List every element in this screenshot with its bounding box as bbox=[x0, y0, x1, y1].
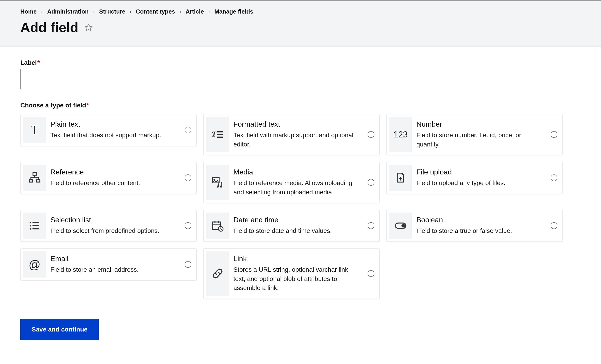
chevron-right-icon: › bbox=[130, 9, 131, 14]
field-type-option-media[interactable]: Media Field to reference media. Allows u… bbox=[203, 162, 380, 203]
field-type-option-selection-list[interactable]: Selection list Field to select from pred… bbox=[20, 210, 197, 242]
svg-point-8 bbox=[213, 179, 215, 180]
calendar-clock-icon bbox=[206, 213, 229, 239]
field-type-radio[interactable] bbox=[182, 117, 194, 143]
main-content: Label* Choose a type of field* T Plain t… bbox=[0, 47, 601, 358]
field-type-option-email[interactable]: @ Email Field to store an email address. bbox=[20, 249, 197, 280]
svg-rect-4 bbox=[33, 173, 36, 175]
field-type-radio[interactable] bbox=[182, 251, 194, 278]
chevron-right-icon: › bbox=[208, 9, 210, 14]
num-123-icon: 123 bbox=[389, 117, 412, 152]
chevron-right-icon: › bbox=[180, 9, 181, 14]
field-type-radio[interactable] bbox=[365, 165, 377, 200]
star-outline-icon[interactable] bbox=[84, 23, 93, 32]
svg-point-23 bbox=[401, 224, 405, 228]
chevron-right-icon: › bbox=[93, 9, 95, 14]
svg-point-13 bbox=[30, 228, 31, 230]
at-sign-icon: @ bbox=[23, 251, 46, 278]
svg-point-12 bbox=[30, 225, 31, 227]
text-lines-icon: T bbox=[206, 117, 229, 152]
chain-link-icon bbox=[206, 251, 229, 296]
field-type-radio[interactable] bbox=[365, 213, 377, 239]
field-type-description: Stores a URL string, optional varchar li… bbox=[233, 265, 361, 293]
field-type-grid: T Plain text Text field that does not su… bbox=[20, 114, 581, 299]
field-type-description: Field to upload any type of files. bbox=[416, 179, 544, 188]
file-upload-icon bbox=[389, 165, 412, 191]
field-type-description: Field to store a true or false value. bbox=[416, 226, 544, 236]
page-header: Home › Administration › Structure › Cont… bbox=[0, 1, 601, 47]
save-and-continue-button[interactable]: Save and continue bbox=[20, 319, 99, 340]
field-type-title: Date and time bbox=[233, 216, 361, 224]
breadcrumb-item-manage-fields[interactable]: Manage fields bbox=[214, 8, 253, 15]
field-type-radio[interactable] bbox=[548, 117, 560, 152]
field-type-option-link[interactable]: Link Stores a URL string, optional varch… bbox=[203, 249, 380, 299]
field-type-description: Field to store an email address. bbox=[50, 265, 178, 274]
field-type-description: Field to store date and time values. bbox=[233, 226, 361, 236]
field-type-title: Plain text bbox=[50, 120, 178, 128]
field-type-label: Choose a type of field* bbox=[20, 102, 581, 109]
field-type-title: Email bbox=[50, 255, 178, 263]
required-marker: * bbox=[87, 102, 89, 109]
field-type-radio[interactable] bbox=[365, 117, 377, 152]
field-type-radio[interactable] bbox=[365, 251, 377, 296]
field-type-title: Formatted text bbox=[233, 120, 361, 128]
field-type-description: Field to reference media. Allows uploadi… bbox=[233, 179, 361, 197]
label-field-label: Label* bbox=[20, 59, 581, 66]
breadcrumb-item-administration[interactable]: Administration bbox=[47, 8, 89, 15]
org-chart-icon bbox=[23, 165, 46, 191]
field-type-description: Field to select from predefined options. bbox=[50, 226, 178, 236]
page-title: Add field bbox=[20, 20, 78, 35]
label-input[interactable] bbox=[20, 69, 147, 89]
field-type-title: Boolean bbox=[416, 216, 544, 224]
svg-point-10 bbox=[220, 185, 222, 188]
text-t-icon: T bbox=[23, 117, 46, 143]
svg-point-9 bbox=[217, 185, 219, 188]
breadcrumb-item-content-types[interactable]: Content types bbox=[136, 8, 175, 15]
field-type-radio[interactable] bbox=[548, 165, 560, 191]
svg-text:T: T bbox=[212, 130, 217, 138]
svg-rect-6 bbox=[37, 179, 40, 182]
field-type-description: Field to store number. I.e. id, price, o… bbox=[416, 131, 544, 149]
field-type-option-number[interactable]: 123 Number Field to store number. I.e. i… bbox=[386, 114, 563, 155]
breadcrumb: Home › Administration › Structure › Cont… bbox=[20, 8, 581, 15]
svg-rect-5 bbox=[29, 179, 32, 182]
chevron-right-icon: › bbox=[41, 9, 43, 14]
field-type-option-file-upload[interactable]: File upload Field to upload any type of … bbox=[386, 162, 563, 194]
field-type-radio[interactable] bbox=[182, 213, 194, 239]
media-combo-icon bbox=[206, 165, 229, 200]
field-type-description: Field to reference other content. bbox=[50, 179, 178, 188]
field-type-option-reference[interactable]: Reference Field to reference other conte… bbox=[20, 162, 197, 194]
field-type-title: Selection list bbox=[50, 216, 178, 224]
list-bullets-icon bbox=[23, 213, 46, 239]
field-type-radio[interactable] bbox=[548, 213, 560, 239]
field-type-title: Link bbox=[233, 255, 361, 263]
field-type-option-date-time[interactable]: Date and time Field to store date and ti… bbox=[203, 210, 380, 242]
svg-point-11 bbox=[30, 222, 31, 223]
field-type-radio[interactable] bbox=[182, 165, 194, 191]
toggle-icon bbox=[389, 213, 412, 239]
field-type-option-formatted-text[interactable]: T Formatted text Text field with markup … bbox=[203, 114, 380, 155]
field-type-description: Text field with markup support and optio… bbox=[233, 131, 361, 149]
field-type-title: Media bbox=[233, 168, 361, 176]
field-type-description: Text field that does not support markup. bbox=[50, 131, 178, 140]
breadcrumb-item-home[interactable]: Home bbox=[20, 8, 37, 15]
breadcrumb-item-article[interactable]: Article bbox=[186, 8, 204, 15]
field-type-option-boolean[interactable]: Boolean Field to store a true or false v… bbox=[386, 210, 563, 242]
field-type-option-plain-text[interactable]: T Plain text Text field that does not su… bbox=[20, 114, 197, 146]
required-marker: * bbox=[37, 59, 40, 66]
field-type-title: Number bbox=[416, 120, 544, 128]
field-type-title: Reference bbox=[50, 168, 178, 176]
breadcrumb-item-structure[interactable]: Structure bbox=[99, 8, 125, 15]
field-type-title: File upload bbox=[416, 168, 544, 176]
